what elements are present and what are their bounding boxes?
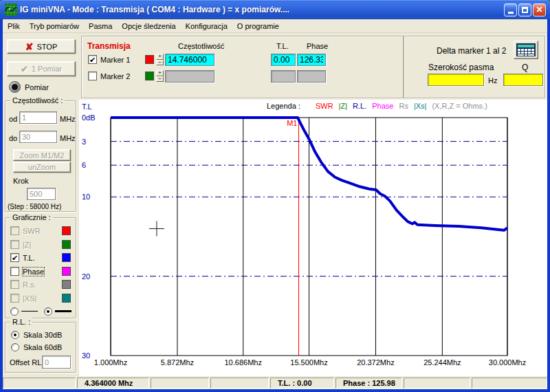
trace-checkbox-T.L.[interactable]: ✔ (10, 253, 19, 262)
step-note: (Step : 58000 Hz) (8, 203, 61, 210)
marker2-spinner[interactable]: + − (156, 70, 164, 82)
do-label: do (9, 134, 17, 142)
legend-item-1: |Z| (339, 102, 347, 110)
status-panel-4: T.L. : 0.00 (270, 378, 334, 389)
window-border-bottom (0, 389, 550, 392)
trace-label-T.L.: T.L. (23, 254, 35, 262)
menu-item-5[interactable]: O programie (232, 21, 284, 32)
maximize-button[interactable] (518, 3, 531, 17)
trace-label-|XS|: |XS| (23, 294, 36, 303)
phase-column-header: Phase (307, 42, 328, 50)
marker1-checkbox[interactable]: ✔ (88, 55, 97, 64)
marker1-check-icon: ✔ (89, 56, 96, 63)
krok-input[interactable] (27, 188, 56, 200)
menu-item-1[interactable]: Tryb pomiarów (25, 21, 84, 32)
rl-group-title: R.L. : (10, 318, 32, 326)
freq-to-input[interactable] (19, 131, 57, 143)
freq-from-input[interactable] (19, 111, 57, 124)
chart-panel: T.L Legenda :SWR|Z|R.L.PhaseRs|Xs|(X,R,Z… (79, 100, 547, 376)
trace-color-swatch-R.s. (62, 280, 71, 289)
menu-item-4[interactable]: Konfiguracja (181, 21, 232, 32)
status-panel-7 (472, 378, 547, 389)
check-icon: ✔ (21, 64, 28, 74)
status-panel-0 (3, 378, 76, 389)
y-tick-label-0: 0dB (82, 113, 96, 122)
legend-item-3: Phase (372, 102, 393, 110)
chart-legend: Legenda :SWR|Z|R.L.PhaseRs|Xs|(X,R,Z = O… (267, 102, 487, 110)
legend-item-6: (X,R,Z = Ohms.) (432, 102, 487, 110)
legend-item-4: Rs (399, 102, 408, 110)
menu-item-0[interactable]: Plik (3, 21, 25, 32)
marker2-checkbox[interactable] (88, 72, 97, 80)
line-thick-radio[interactable] (44, 307, 52, 316)
trace-color-swatch-|Z| (62, 240, 71, 249)
marker1-spin-up-button[interactable]: + (156, 54, 164, 60)
x-tick-label-6: 30.000Mhz (489, 358, 526, 367)
trace-label-Phase: Phase (23, 268, 44, 276)
marker1-label: Marker 1 (100, 56, 130, 64)
marker2-freq-field[interactable] (165, 70, 214, 83)
marker2-spin-up-button[interactable]: + (156, 70, 164, 76)
rl-scale-radio-0[interactable] (11, 331, 19, 339)
trace-checkbox-|Z|[interactable] (10, 240, 19, 249)
trace-color-swatch-Phase (62, 267, 71, 276)
x-tick-label-4: 20.372Mhz (357, 358, 394, 367)
marker2-color-swatch (145, 72, 154, 80)
y-tick-label-5: 30 (82, 351, 90, 360)
tl-column-header: T.L. (276, 42, 289, 50)
x-tick-label-5: 25.244Mhz (424, 358, 461, 367)
status-panel-2 (151, 378, 209, 389)
marker1-freq-field[interactable] (165, 54, 214, 66)
trace-checkbox-R.s.[interactable] (10, 280, 19, 289)
mode-label: Transmisja (87, 41, 131, 51)
marker1-phase-field (297, 54, 326, 66)
rl-scale-label-1: Skala 60dB (23, 343, 62, 351)
marker-m1-label: M1 (287, 119, 297, 127)
marker1-spinner[interactable]: + − (156, 54, 164, 65)
minimize-icon (508, 12, 514, 14)
offset-rl-input[interactable] (42, 356, 71, 369)
pomiar-led-label: Pomiar (25, 83, 49, 91)
bandwidth-label: Szerokość pasma (428, 63, 494, 72)
trace-color-swatch-T.L. (62, 253, 71, 262)
unzoom-button[interactable]: unZoom (13, 162, 71, 173)
stop-button[interactable]: ✘ STOP (7, 39, 76, 54)
title-bar[interactable]: IG miniVNA - Mode : Transmisja ( COM4 : … (0, 0, 550, 19)
panel-divider (403, 36, 404, 98)
trace-color-swatch-|XS| (62, 294, 71, 303)
marker1-spin-down-button[interactable]: − (156, 60, 164, 66)
offset-rl-label: Offset RL (10, 358, 41, 367)
trace-checkbox-Phase[interactable] (10, 267, 19, 276)
menu-item-2[interactable]: Pasma (84, 21, 117, 32)
status-panel-1: 4.364000 Mhz (77, 378, 149, 389)
close-icon: ✕ (536, 6, 542, 14)
marker2-spin-down-button[interactable]: − (156, 76, 164, 83)
chart-canvas[interactable]: 0dB361020301.000Mhz5.872Mhz10.686Mhz15.5… (79, 100, 547, 376)
trace-color-swatch-SWR (62, 226, 71, 235)
hz-label: Hz (488, 76, 497, 85)
frequency-group-title: Częstotliwość : (10, 96, 65, 105)
zoom-m1m2-button[interactable]: Zoom M1/M2 (13, 149, 71, 161)
rl-scale-radio-1[interactable] (11, 343, 19, 351)
graph-traces-group: Graficznie : SWR|Z|✔T.L.PhaseR.s.|XS| (5, 217, 76, 318)
app-logo-icon (5, 3, 17, 16)
close-button[interactable]: ✕ (533, 3, 546, 17)
pomiar-led-indicator (9, 81, 21, 93)
line-thin-radio[interactable] (10, 307, 19, 316)
trace-checkbox-|XS|[interactable] (10, 294, 19, 303)
line-thick-sample (55, 310, 72, 312)
status-panel-5: Phase : 125.98 (336, 378, 402, 389)
marker2-label: Marker 2 (100, 72, 130, 80)
one-pomiar-button[interactable]: ✔ 1 Pomiar (7, 61, 76, 76)
trace-label-|Z|: |Z| (23, 241, 31, 249)
x-tick-label-0: 1.000Mhz (94, 358, 127, 367)
menu-item-3[interactable]: Opcje śledzenia (117, 21, 180, 32)
freq-column-header: Częstotliwość (178, 42, 224, 50)
window-border-right (547, 19, 550, 389)
calculator-button[interactable] (514, 41, 538, 59)
trace-label-SWR: SWR (23, 227, 41, 235)
calculator-icon (516, 43, 536, 56)
marker1-color-swatch (145, 55, 154, 64)
minimize-button[interactable] (504, 3, 517, 17)
trace-checkbox-SWR[interactable] (10, 226, 19, 235)
